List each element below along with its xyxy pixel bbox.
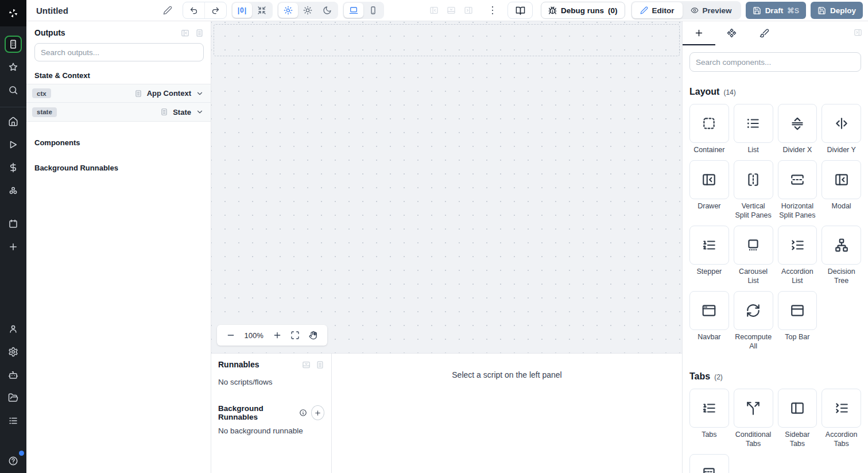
sidebar-item-apps[interactable] (5, 36, 22, 53)
undo-redo-group (183, 2, 227, 19)
component-library-tab[interactable] (715, 21, 748, 45)
moon-icon (323, 6, 332, 15)
sidebar-item-resources[interactable] (5, 182, 22, 199)
ctx-badge: ctx (32, 88, 51, 98)
runnables-doc-icon[interactable] (316, 360, 324, 369)
add-component-tab[interactable] (683, 21, 715, 45)
component-card-conditional-tabs[interactable]: Conditional Tabs (734, 389, 773, 454)
zoom-out-icon[interactable] (226, 331, 235, 340)
component-shapes-icon (727, 28, 737, 38)
component-card-list[interactable]: List (734, 104, 773, 160)
zoom-in-icon[interactable] (273, 331, 282, 340)
collapse-runnables-icon[interactable] (302, 360, 311, 369)
sidebar-item-schedules[interactable] (5, 215, 22, 232)
component-card-accordion-tabs[interactable]: Accordion Tabs (822, 389, 861, 454)
component-card-recompute-all[interactable]: Recompute All (734, 291, 773, 356)
component-card-carousel-list[interactable]: Carousel List (734, 226, 773, 291)
sidebar-item-variables[interactable] (5, 159, 22, 176)
desktop-view-button[interactable] (344, 3, 363, 18)
search-outputs-input[interactable] (34, 43, 204, 61)
search-components-input[interactable] (689, 52, 861, 72)
component-card-tabs[interactable]: Tabs (689, 389, 729, 454)
component-label: List (747, 145, 758, 154)
ai-bot-icon (8, 370, 18, 380)
sidebar-item-logs[interactable] (5, 412, 22, 429)
sidebar-item-settings[interactable] (5, 343, 22, 360)
debug-runs-count: (0) (608, 6, 618, 15)
canvas-align-group: |0| (231, 2, 273, 19)
save-icon (817, 6, 826, 15)
pan-hand-icon[interactable] (309, 331, 318, 340)
state-row[interactable]: state State (26, 103, 211, 122)
styling-tab[interactable] (748, 21, 781, 45)
component-card-sidebar-tabs[interactable]: Sidebar Tabs (778, 389, 817, 454)
pencil-icon (640, 6, 648, 14)
component-card-container[interactable]: Container (689, 104, 729, 160)
component-label: Drawer (698, 201, 720, 211)
components-panel: Layout(14)ContainerListDivider XDivider … (682, 21, 868, 473)
kebab-menu-icon[interactable] (487, 5, 498, 16)
component-section-count: (14) (723, 88, 735, 96)
ctx-row[interactable]: ctx App Context (26, 84, 211, 103)
add-background-runnable-button[interactable] (311, 405, 324, 420)
hsplit-icon (790, 172, 805, 187)
component-label: Accordion List (778, 267, 817, 285)
app-canvas[interactable]: 100% (211, 21, 682, 353)
panel-bottom-close-icon[interactable] (447, 6, 456, 15)
fit-view-icon[interactable] (290, 331, 300, 340)
canvas-dropzone[interactable] (214, 24, 680, 56)
editor-tab[interactable]: Editor (632, 2, 683, 18)
sidebar-item-runs[interactable] (5, 136, 22, 153)
deploy-button[interactable]: Deploy (811, 2, 863, 19)
theme-light-button[interactable] (298, 3, 317, 18)
panel-right-close-icon[interactable] (464, 6, 473, 15)
sidebar-item-search[interactable] (5, 82, 22, 99)
sidebar-item-create[interactable] (5, 238, 22, 255)
component-card-accordion-list[interactable]: Accordion List (778, 226, 817, 291)
component-card-top-bar[interactable]: Top Bar (778, 291, 817, 356)
component-card-component[interactable] (689, 454, 729, 473)
state-value: State (173, 108, 191, 117)
theme-dark-button[interactable] (317, 3, 337, 18)
component-card-vertical-split-panes[interactable]: Vertical Split Panes (734, 160, 773, 226)
sidebar-item-favorites[interactable] (5, 59, 22, 76)
variables-icon (8, 162, 18, 173)
chevron-down-icon[interactable] (196, 90, 204, 98)
rename-app-icon[interactable] (163, 6, 172, 15)
component-card-drawer[interactable]: Drawer (689, 160, 729, 226)
theme-auto-button[interactable] (278, 3, 298, 18)
expand-canvas-button[interactable] (252, 3, 272, 18)
collapse-outputs-icon[interactable] (181, 29, 189, 37)
redo-button[interactable] (205, 2, 226, 18)
mobile-view-button[interactable] (363, 3, 383, 18)
component-card-divider-y[interactable]: Divider Y (822, 104, 861, 160)
preview-tab[interactable]: Preview (683, 2, 740, 18)
sidebar-item-folders[interactable] (5, 389, 22, 406)
outputs-doc-icon[interactable] (195, 29, 204, 37)
drawer-icon (702, 172, 716, 187)
sidebar-item-home[interactable] (5, 113, 22, 130)
sidebar-item-help[interactable] (5, 452, 22, 470)
info-icon[interactable] (299, 409, 307, 417)
notification-dot (19, 451, 24, 456)
draft-button[interactable]: Draft ⌘S (746, 2, 806, 19)
zoom-level: 100% (245, 331, 264, 340)
network-icon (834, 238, 849, 253)
component-card-decision-tree[interactable]: Decision Tree (822, 226, 861, 291)
component-card-divider-x[interactable]: Divider X (778, 104, 817, 160)
component-card-navbar[interactable]: Navbar (689, 291, 729, 356)
panel-left-close-icon[interactable] (429, 6, 439, 15)
debug-runs-button[interactable]: Debug runs (0) (541, 2, 625, 19)
undo-button[interactable] (183, 2, 204, 18)
docs-button[interactable] (507, 2, 533, 19)
component-card-stepper[interactable]: Stepper (689, 226, 729, 291)
sidebar-item-account[interactable] (5, 320, 22, 338)
sidebar-item-ai[interactable] (5, 366, 22, 383)
component-card-modal[interactable]: Modal (822, 160, 861, 226)
component-card-horizontal-split-panes[interactable]: Horizontal Split Panes (778, 160, 817, 226)
collapse-panel-icon[interactable] (854, 28, 862, 37)
plus-icon (694, 28, 704, 38)
chevron-down-icon[interactable] (196, 108, 204, 116)
center-content-button[interactable]: |0| (232, 3, 252, 18)
windmill-logo[interactable] (0, 0, 26, 26)
